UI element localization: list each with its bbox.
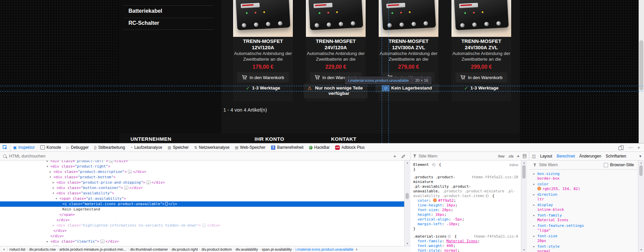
expander-arrow-icon[interactable]: ▶: [533, 245, 535, 248]
tab-layout[interactable]: Layout: [540, 154, 552, 159]
markup-line[interactable]: </div>: [0, 234, 404, 239]
css-declaration[interactable]: line-height: 16px;: [413, 203, 518, 208]
meatball-menu-icon[interactable]: ⋯: [628, 145, 633, 150]
markup-line[interactable]: ▶<div class="product-price-and-shipping"…: [0, 180, 404, 185]
markup-line[interactable]: ▼<div class="availability">: [0, 191, 404, 196]
expander-arrow-icon[interactable]: ▶: [533, 193, 535, 196]
browser-styles-checkbox[interactable]: Browser-Stile: [604, 163, 634, 167]
rules-scrollbar[interactable]: ▲▼: [521, 161, 527, 252]
rule-source-link[interactable]: theme-f4fe5a21.css:10: [472, 175, 518, 180]
collapsed-content-badge[interactable]: …: [124, 186, 128, 190]
markup-line[interactable]: Kein Lagerbestand: [0, 207, 404, 212]
breadcrumb-item[interactable]: div.thumbnail-container: [129, 247, 169, 251]
devtools-tab-debugger[interactable]: ▷Debugger: [64, 143, 91, 151]
product-image[interactable]: [379, 0, 438, 37]
devtools-tab-netzwerkanalyse[interactable]: ⇅Netzwerkanalyse: [192, 143, 232, 151]
sidebar-item-rc-schalter[interactable]: RC-Schalter: [128, 20, 214, 26]
devtools-tab-hackbar[interactable]: HackBar: [306, 143, 332, 151]
product-title[interactable]: TRENN-MOSFET 24V/300A ZVL: [452, 38, 511, 51]
markup-line[interactable]: </div>: [0, 228, 404, 234]
add-to-cart-button[interactable]: In den Warenkorb: [237, 72, 289, 82]
create-new-node-button[interactable]: +: [391, 152, 398, 160]
breadcrumb-item[interactable]: roduct-list: [9, 247, 26, 251]
markup-line[interactable]: ▶<div class="clearfix">…</div>: [0, 239, 404, 244]
expander-arrow-icon[interactable]: ▶: [533, 183, 535, 186]
expander-arrow-icon[interactable]: ▶: [47, 161, 48, 164]
expander-arrow-icon[interactable]: ▼: [56, 196, 57, 201]
expander-arrow-icon[interactable]: ▶: [533, 235, 535, 238]
pick-element-button[interactable]: [0, 143, 10, 151]
expander-arrow-icon[interactable]: ▶: [53, 180, 54, 185]
toggle-sidebar-icon[interactable]: ◫: [532, 154, 536, 159]
markup-line[interactable]: ▶<div class="button-container">…</div>: [0, 185, 404, 191]
checkbox-icon[interactable]: [604, 163, 608, 167]
expander-arrow-icon[interactable]: ▶: [533, 204, 535, 206]
collapsed-content-badge[interactable]: …: [202, 224, 206, 227]
html-search-input[interactable]: HTML durchsuchen: [0, 152, 392, 160]
devtools-tab-konsole[interactable]: ›Konsole: [38, 143, 64, 151]
computed-property[interactable]: ▶font-feature-settings"liga": [533, 224, 637, 234]
collapsed-content-badge[interactable]: …: [128, 170, 132, 174]
expander-arrow-icon[interactable]: ▶: [47, 239, 48, 244]
expander-arrow-icon[interactable]: ▼: [47, 164, 48, 169]
computed-property[interactable]: ▶colorrgb(255, 154, 82): [533, 182, 637, 192]
breadcrumb-scroll-left-icon[interactable]: ‹: [2, 247, 6, 252]
close-devtools-icon[interactable]: ×: [637, 145, 640, 150]
breadcrumb-item[interactable]: article.product-miniature.js-product-min…: [59, 247, 127, 251]
computed-property[interactable]: ▶displayinline-block: [533, 203, 637, 213]
tab-berechnet[interactable]: Berechnet: [556, 154, 575, 159]
css-declaration[interactable]: font-size: 20px;: [413, 208, 518, 212]
tab-änderungen[interactable]: Änderungen: [579, 154, 601, 159]
computed-property[interactable]: ▶directionltr: [533, 192, 637, 203]
devtools-tab-web-speicher[interactable]: ▤Web-Speicher: [232, 143, 268, 151]
markup-line[interactable]: </div>: [0, 217, 404, 223]
computed-scrollbar[interactable]: ▲▼: [638, 161, 644, 252]
expander-arrow-icon[interactable]: ▶: [53, 223, 54, 228]
css-declaration[interactable]: color: #ff9a52;: [413, 198, 518, 203]
css-rule[interactable]: theme-f4fe5a21.css:6.material-icons {fon…: [413, 234, 518, 252]
product-title[interactable]: TRENN-MOSFET 12V/120A: [234, 38, 292, 51]
breadcrumb-item[interactable]: div.products.row: [29, 247, 56, 251]
markup-line[interactable]: ▼<span class="pl-availability">: [0, 196, 404, 201]
markup-line[interactable]: ▼<div class="product-bottom">: [0, 175, 404, 180]
product-title[interactable]: TRENN-MOSFET 24V/120A: [307, 38, 365, 51]
css-rule[interactable]: theme-f4fe5a21.css:10.products .product-…: [413, 175, 518, 231]
markup-scrollbar[interactable]: ▲▼: [404, 161, 410, 246]
markup-line[interactable]: ▶<div class="product-left">…</div>: [0, 161, 404, 164]
dropdown-arrow-icon[interactable]: ▾: [639, 154, 641, 159]
devtools-tab-inspektor[interactable]: ▣Inspektor: [10, 143, 38, 151]
devtools-tab-stilbearbeitung[interactable]: {}Stilbearbeitung: [91, 143, 127, 151]
devtools-tab-laufzeitanalyse[interactable]: ◔Laufzeitanalyse: [128, 143, 165, 151]
devtools-tab-adblock plus[interactable]: ABPAdblock Plus: [332, 143, 367, 151]
collapsed-content-badge[interactable]: …: [100, 240, 105, 243]
breadcrumb-item[interactable]: div.product-bottom: [201, 247, 232, 251]
product-image[interactable]: [451, 0, 511, 37]
expander-arrow-icon[interactable]: ▶: [533, 173, 535, 175]
eyedropper-icon[interactable]: [400, 152, 407, 160]
rules-filter-placeholder[interactable]: Stile filtern: [419, 154, 437, 159]
breadcrumb-item[interactable]: div.product-right: [171, 247, 199, 251]
rule-element[interactable]: Element {Inline: [413, 163, 518, 167]
collapsed-content-badge[interactable]: …: [109, 161, 113, 163]
tab-schriftarten[interactable]: Schriftarten: [605, 154, 626, 159]
breadcrumb-item[interactable]: div.availability: [235, 247, 259, 251]
rules-button-hov[interactable]: :hov: [498, 154, 505, 158]
breadcrumb-scroll-right-icon[interactable]: ›: [354, 247, 359, 252]
css-declaration[interactable]: font-style: normal;: [413, 248, 518, 252]
markup-line[interactable]: </span>: [0, 212, 404, 217]
computed-filter-placeholder[interactable]: Stile filtern: [539, 163, 558, 167]
markup-line[interactable]: ▼<div class="product-right">: [0, 164, 404, 169]
browser-scrollbar-thumb[interactable]: [639, 40, 643, 90]
computed-property[interactable]: ▶font-stylenormal: [533, 244, 637, 252]
css-declaration[interactable]: margin-left: -10px;: [413, 222, 518, 227]
markup-line[interactable]: ▶<div class="product-description">…</div…: [0, 169, 404, 175]
expander-arrow-icon[interactable]: ▼: [50, 175, 51, 180]
product-image[interactable]: [306, 0, 366, 37]
devtools-tab-speicher[interactable]: ▥Speicher: [165, 143, 192, 151]
color-swatch[interactable]: [433, 198, 437, 202]
expander-arrow-icon[interactable]: ▶: [533, 214, 535, 217]
devtools-tab-barrierefreiheit[interactable]: ♿Barrierefreiheit: [268, 143, 306, 151]
rules-button-cls[interactable]: .cls: [508, 154, 514, 158]
markup-line-selected[interactable]: <i class="material-icons product-unavail…: [0, 201, 404, 207]
expander-arrow-icon[interactable]: ▶: [533, 225, 535, 227]
